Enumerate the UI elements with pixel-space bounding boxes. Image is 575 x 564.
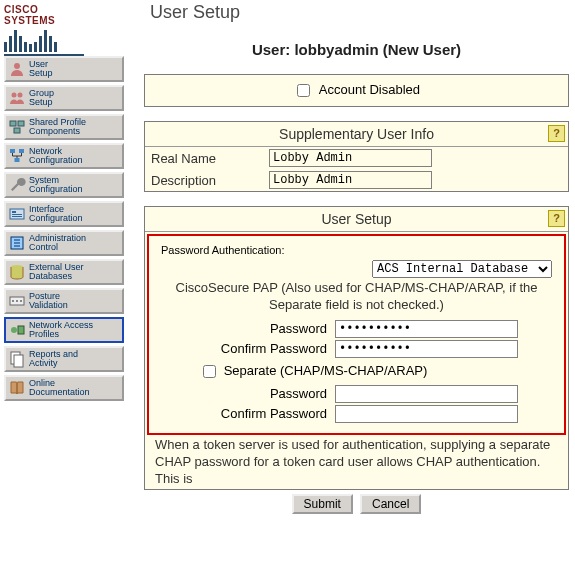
sidebar-item-network-config[interactable]: NetworkConfiguration: [4, 143, 124, 169]
submit-button[interactable]: Submit: [292, 494, 353, 514]
user-heading-name: lobbyadmin: [294, 41, 378, 58]
sidebar-item-label: SystemConfiguration: [29, 176, 120, 195]
svg-point-1: [12, 93, 17, 98]
admin-icon: [7, 233, 27, 253]
sidebar-item-shared-profile[interactable]: Shared ProfileComponents: [4, 114, 124, 140]
user-setup-panel: User Setup ? Password Authentication: AC…: [144, 206, 569, 490]
sidebar-item-label: Shared ProfileComponents: [29, 118, 120, 137]
svg-rect-4: [18, 121, 24, 126]
sidebar-item-label: PostureValidation: [29, 292, 120, 311]
real-name-input[interactable]: [269, 149, 432, 167]
password2-input[interactable]: [335, 385, 518, 403]
sidebar-item-system-config[interactable]: SystemConfiguration: [4, 172, 124, 198]
password-label: Password: [155, 321, 335, 336]
svg-rect-7: [19, 149, 24, 153]
sidebar-item-online-docs[interactable]: OnlineDocumentation: [4, 375, 124, 401]
svg-rect-11: [12, 214, 22, 215]
auth-database-select[interactable]: ACS Internal Database: [372, 260, 552, 278]
profiles-icon: [7, 320, 27, 340]
group-icon: [7, 88, 27, 108]
button-row: Submit Cancel: [144, 494, 569, 514]
sidebar-item-label: NetworkConfiguration: [29, 147, 120, 166]
svg-rect-6: [10, 149, 15, 153]
confirm-password-input[interactable]: [335, 340, 518, 358]
sidebar: CISCO SYSTEMS UserSetup GroupSetup Share…: [0, 0, 138, 404]
book-icon: [7, 378, 27, 398]
sidebar-item-interface-config[interactable]: InterfaceConfiguration: [4, 201, 124, 227]
svg-point-17: [16, 300, 18, 302]
user-heading: User: lobbyadmin (New User): [144, 41, 569, 58]
svg-rect-20: [18, 326, 24, 334]
password-auth-section: Password Authentication: ACS Internal Da…: [147, 234, 566, 435]
logo-text: CISCO SYSTEMS: [4, 4, 86, 26]
password-input[interactable]: [335, 320, 518, 338]
reports-icon: [7, 349, 27, 369]
pap-note: CiscoSecure PAP (Also used for CHAP/MS-C…: [165, 280, 548, 314]
supplementary-user-info-panel: Supplementary User Info ? Real Name Desc…: [144, 121, 569, 192]
svg-point-0: [14, 63, 20, 69]
separate-checkbox[interactable]: [203, 365, 216, 378]
user-setup-header: User Setup ?: [145, 207, 568, 232]
svg-rect-8: [15, 158, 20, 162]
confirm-password-label: Confirm Password: [155, 341, 335, 356]
svg-rect-22: [14, 355, 23, 367]
user-heading-suffix: (New User): [379, 41, 462, 58]
help-icon[interactable]: ?: [548, 125, 565, 142]
sidebar-item-label: OnlineDocumentation: [29, 379, 120, 398]
sidebar-item-external-db[interactable]: External UserDatabases: [4, 259, 124, 285]
cisco-logo: CISCO SYSTEMS: [4, 4, 86, 50]
svg-rect-5: [14, 128, 20, 133]
token-note: When a token server is used for authenti…: [145, 437, 568, 490]
confirm-password2-input[interactable]: [335, 405, 518, 423]
sidebar-item-label: UserSetup: [29, 60, 120, 79]
sidebar-item-label: InterfaceConfiguration: [29, 205, 120, 224]
sidebar-item-label: Network AccessProfiles: [29, 321, 120, 340]
sidebar-item-reports[interactable]: Reports andActivity: [4, 346, 124, 372]
sidebar-item-label: GroupSetup: [29, 89, 120, 108]
password2-label: Password: [155, 386, 335, 401]
user-icon: [7, 59, 27, 79]
network-icon: [7, 146, 27, 166]
svg-point-19: [11, 327, 17, 333]
svg-rect-10: [12, 211, 16, 213]
separate-label: Separate (CHAP/MS-CHAP/ARAP): [224, 363, 428, 378]
cancel-button[interactable]: Cancel: [360, 494, 421, 514]
sidebar-item-label: Reports andActivity: [29, 350, 120, 369]
wrench-icon: [7, 175, 27, 195]
account-disabled-panel: Account Disabled: [144, 74, 569, 107]
sidebar-item-label: External UserDatabases: [29, 263, 120, 282]
main-content: User Setup User: lobbyadmin (New User) A…: [138, 0, 575, 514]
sidebar-item-user-setup[interactable]: UserSetup: [4, 56, 124, 82]
supp-info-header-text: Supplementary User Info: [279, 126, 434, 142]
sidebar-item-network-access-profiles[interactable]: Network AccessProfiles: [4, 317, 124, 343]
account-disabled-checkbox[interactable]: [297, 84, 310, 97]
sidebar-item-admin-control[interactable]: AdministrationControl: [4, 230, 124, 256]
user-setup-header-text: User Setup: [321, 211, 391, 227]
pw-auth-label: Password Authentication:: [161, 244, 558, 256]
description-label: Description: [145, 169, 265, 191]
svg-point-18: [20, 300, 22, 302]
confirm-password2-label: Confirm Password: [155, 406, 335, 421]
interface-icon: [7, 204, 27, 224]
sidebar-item-label: AdministrationControl: [29, 234, 120, 253]
components-icon: [7, 117, 27, 137]
sidebar-item-posture-validation[interactable]: PostureValidation: [4, 288, 124, 314]
svg-point-16: [12, 300, 14, 302]
database-icon: [7, 262, 27, 282]
posture-icon: [7, 291, 27, 311]
account-disabled-label: Account Disabled: [319, 82, 420, 97]
svg-rect-12: [12, 216, 22, 217]
svg-point-2: [18, 93, 23, 98]
page-title: User Setup: [150, 2, 569, 23]
user-heading-prefix: User:: [252, 41, 295, 58]
supp-info-header: Supplementary User Info ?: [145, 122, 568, 147]
svg-rect-3: [10, 121, 16, 126]
real-name-label: Real Name: [145, 147, 265, 169]
logo-bars-icon: [4, 28, 86, 52]
sidebar-item-group-setup[interactable]: GroupSetup: [4, 85, 124, 111]
description-input[interactable]: [269, 171, 432, 189]
help-icon[interactable]: ?: [548, 210, 565, 227]
